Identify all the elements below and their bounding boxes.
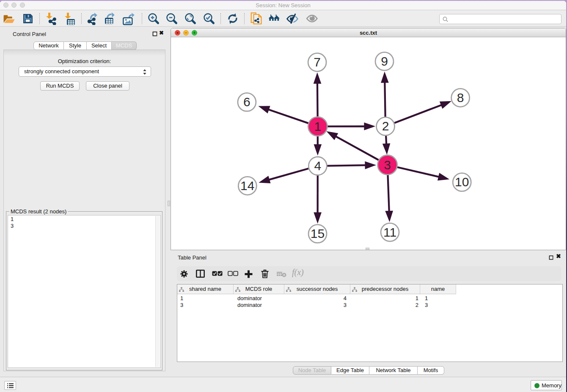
svg-text:10: 10	[455, 175, 469, 189]
svg-text:3: 3	[384, 158, 391, 172]
svg-text:7: 7	[314, 55, 321, 69]
svg-text:11: 11	[383, 225, 396, 239]
svg-text:2: 2	[382, 119, 389, 133]
svg-text:15: 15	[311, 226, 325, 240]
svg-text:6: 6	[243, 95, 250, 109]
svg-text:14: 14	[240, 179, 254, 193]
svg-text:4: 4	[314, 159, 321, 173]
svg-text:1: 1	[314, 119, 321, 133]
svg-text:9: 9	[381, 54, 388, 68]
svg-text:8: 8	[457, 91, 464, 105]
